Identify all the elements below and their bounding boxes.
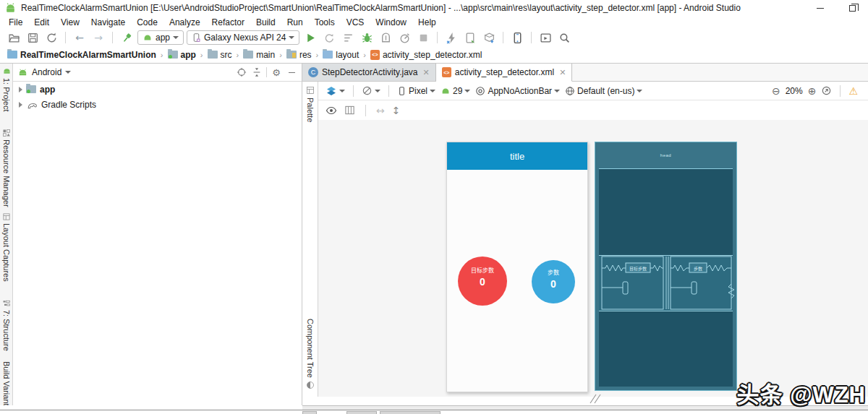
- chevron-down-icon: [173, 36, 179, 39]
- locale-selector[interactable]: Default (en-us): [565, 86, 642, 96]
- tool-button-build-variants[interactable]: Build Variants: [0, 361, 13, 410]
- api-level-selector[interactable]: 29: [441, 86, 470, 96]
- apply-changes-button[interactable]: [443, 30, 459, 45]
- open-button[interactable]: [6, 30, 22, 45]
- tab-activity-step-detector-xml[interactable]: <> activity_step_detector.xml ✕: [436, 64, 573, 82]
- folder-icon: [208, 51, 218, 59]
- build-project-button[interactable]: [119, 30, 135, 45]
- menu-edit[interactable]: Edit: [28, 16, 55, 29]
- menu-file[interactable]: File: [3, 16, 28, 29]
- tool-button-resource-manager[interactable]: Resource Manager: [0, 129, 13, 207]
- project-folder-icon: [7, 51, 17, 59]
- run-configuration-selector[interactable]: app: [137, 30, 184, 45]
- tab-stepdetectoractivity-java[interactable]: C StepDetectorActivity.java ✕: [302, 64, 436, 81]
- component-tree-accordion[interactable]: Component Tree: [302, 319, 318, 389]
- menu-view[interactable]: View: [55, 16, 85, 29]
- back-button[interactable]: ←: [72, 30, 88, 45]
- search-everywhere-button[interactable]: [556, 30, 572, 45]
- menu-build[interactable]: Build: [250, 16, 281, 29]
- forward-button[interactable]: →: [90, 30, 106, 45]
- menu-run[interactable]: Run: [281, 16, 309, 29]
- guidelines-grid-icon[interactable]: [344, 105, 355, 116]
- menu-analyze[interactable]: Analyze: [163, 16, 206, 29]
- java-class-icon: C: [308, 67, 318, 77]
- hide-panel-button[interactable]: [286, 66, 297, 78]
- breadcrumb-layout[interactable]: layout: [321, 50, 360, 60]
- breadcrumb-app[interactable]: app: [166, 50, 197, 60]
- expand-arrow-icon[interactable]: [19, 87, 22, 92]
- breadcrumb-project[interactable]: RealTimeClockAlarmSmartUnion: [6, 50, 158, 60]
- sdk-manager-button[interactable]: [481, 30, 497, 45]
- app-bar[interactable]: title: [447, 142, 587, 170]
- vertical-constraint-icon[interactable]: ↕: [392, 105, 401, 116]
- horizontal-constraint-icon[interactable]: ↔: [376, 105, 385, 116]
- layout-inspector-button[interactable]: [462, 30, 478, 45]
- menu-tools[interactable]: Tools: [309, 16, 341, 29]
- design-canvas[interactable]: title 目标步数 0 步数 0 head: [318, 120, 868, 397]
- orientation-selector[interactable]: [362, 85, 380, 96]
- theme-selector[interactable]: AppNoActionBar: [475, 86, 560, 96]
- editor-area: C StepDetectorActivity.java ✕ <> activit…: [302, 64, 868, 405]
- collapse-all-button[interactable]: [251, 66, 263, 78]
- warnings-button[interactable]: ⚠: [848, 85, 858, 97]
- profiler-button[interactable]: [396, 30, 412, 45]
- menu-help[interactable]: Help: [412, 16, 442, 29]
- menu-code[interactable]: Code: [131, 16, 163, 29]
- menu-navigate[interactable]: Navigate: [85, 16, 131, 29]
- menu-refactor[interactable]: Refactor: [206, 16, 250, 29]
- project-view-selector[interactable]: Android: [32, 67, 61, 77]
- zoom-in-button[interactable]: ⊕: [808, 85, 817, 97]
- view-options-eye-icon[interactable]: [326, 105, 337, 116]
- goal-steps-circle[interactable]: 目标步数 0: [458, 256, 507, 306]
- tool-button-structure[interactable]: 7: Structure: [0, 299, 13, 351]
- breadcrumb-res[interactable]: res: [285, 50, 313, 60]
- restart-activity-button[interactable]: [321, 30, 337, 45]
- breadcrumb-src[interactable]: src: [206, 50, 234, 60]
- minimize-button[interactable]: [804, 0, 836, 16]
- chevron-down-icon: [464, 90, 470, 92]
- blueprint-surface[interactable]: head: [595, 142, 737, 391]
- watermark-text: 头条 @WZH: [737, 376, 866, 409]
- menu-window[interactable]: Window: [370, 16, 412, 29]
- device-in-editor-selector[interactable]: Pixel: [397, 86, 435, 96]
- stop-button[interactable]: [415, 30, 431, 45]
- breadcrumb-main[interactable]: main: [242, 50, 276, 60]
- palette-accordion[interactable]: Palette: [302, 86, 318, 122]
- zoom-to-fit-button[interactable]: [821, 85, 832, 96]
- tree-item-gradle-scripts[interactable]: Gradle Scripts: [13, 97, 302, 112]
- tree-item-app[interactable]: app: [13, 82, 302, 97]
- run-list-icon: [342, 32, 354, 44]
- settings-button[interactable]: ⚙: [271, 66, 282, 78]
- expand-arrow-icon[interactable]: [19, 102, 22, 108]
- resource-manager-icon: [2, 129, 11, 137]
- restore-button[interactable]: [836, 0, 868, 16]
- design-surface[interactable]: title 目标步数 0 步数 0: [446, 142, 588, 392]
- blueprint-goal-label: 目标步数: [629, 266, 647, 272]
- breadcrumb-file[interactable]: <>activity_step_detector.xml: [369, 50, 483, 60]
- design-surface-selector[interactable]: [326, 85, 345, 97]
- tool-button-layout-captures[interactable]: Layout Captures: [0, 212, 13, 282]
- debug-button[interactable]: [359, 30, 375, 45]
- chevron-down-icon: [65, 71, 71, 74]
- crosshair-icon: [237, 67, 247, 77]
- step-count-circle[interactable]: 步数 0: [532, 260, 575, 303]
- run-anything-button[interactable]: [537, 30, 553, 45]
- avd-manager-icon: [511, 32, 524, 44]
- close-tab-icon[interactable]: ✕: [423, 68, 430, 77]
- run-configurations-button[interactable]: [340, 30, 356, 45]
- save-button[interactable]: [25, 30, 41, 45]
- locate-file-button[interactable]: [236, 66, 247, 78]
- surface-resize-handle[interactable]: [587, 393, 603, 405]
- component-tree-icon: [306, 381, 315, 389]
- attach-debugger-button[interactable]: [378, 30, 393, 45]
- device-selector[interactable]: Galaxy Nexus API 24: [187, 30, 299, 45]
- chevron-down-icon: [554, 90, 560, 92]
- avd-manager-button[interactable]: [509, 30, 525, 45]
- run-button[interactable]: [302, 30, 318, 45]
- menu-vcs[interactable]: VCS: [341, 16, 370, 29]
- zoom-out-button[interactable]: ⊖: [772, 85, 780, 97]
- sync-button[interactable]: [43, 30, 59, 45]
- close-tab-icon[interactable]: ✕: [559, 68, 566, 77]
- tool-button-project[interactable]: 1: Project: [0, 66, 13, 111]
- folder-icon: [243, 51, 253, 59]
